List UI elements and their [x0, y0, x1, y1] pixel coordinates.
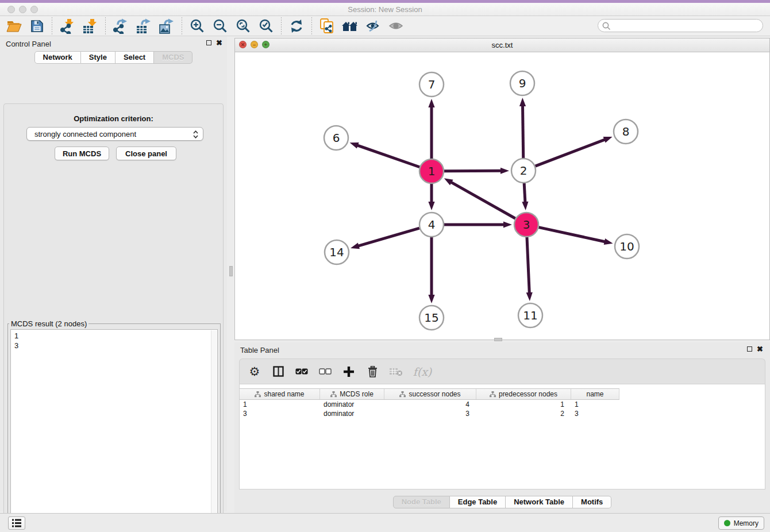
node-3[interactable]: 3: [514, 213, 538, 237]
import-table-icon: [82, 18, 98, 34]
import-table-button[interactable]: [79, 17, 102, 35]
memory-button[interactable]: Memory: [718, 516, 764, 530]
node-11[interactable]: 11: [518, 303, 542, 327]
deselect-all-columns-button[interactable]: [318, 365, 332, 379]
task-history-button[interactable]: [8, 516, 25, 530]
zoom-selected-button[interactable]: [255, 17, 278, 35]
node-7[interactable]: 7: [419, 72, 444, 97]
table-cell: 2: [476, 409, 571, 418]
network-graph-canvas[interactable]: 7968124314101511: [235, 52, 769, 340]
clone-network-button[interactable]: [315, 17, 338, 35]
node-1[interactable]: 1: [419, 159, 444, 183]
control-panel: Control Panel ✖ Network Style Select MCD…: [0, 36, 227, 511]
node-14[interactable]: 14: [325, 240, 349, 264]
tab-edge-table[interactable]: Edge Table: [450, 496, 506, 508]
export-table-button[interactable]: [132, 17, 155, 35]
edge-4-14[interactable]: [351, 228, 419, 249]
show-selected-button[interactable]: [384, 17, 407, 35]
column-header-shared-name[interactable]: shared name: [240, 389, 320, 399]
table-settings-button[interactable]: ⚙: [248, 365, 261, 379]
edge-2-9[interactable]: [519, 98, 526, 158]
zoom-in-button[interactable]: [186, 17, 209, 35]
edge-3-1[interactable]: [444, 178, 515, 218]
tab-mcds[interactable]: MCDS: [154, 51, 192, 64]
hierarchy-icon: [330, 391, 337, 398]
eye-slash-icon: [366, 19, 380, 33]
svg-text:6: 6: [333, 131, 340, 145]
tab-network[interactable]: Network: [34, 51, 81, 64]
tab-select[interactable]: Select: [116, 51, 154, 64]
close-panel-button[interactable]: Close panel: [116, 147, 176, 160]
table-cell: 3: [240, 409, 320, 418]
unchecked-boxes-icon: [319, 368, 332, 375]
svg-text:14: 14: [329, 245, 344, 259]
node-15[interactable]: 15: [419, 306, 444, 330]
save-session-button[interactable]: [25, 17, 48, 35]
export-image-icon: [159, 18, 175, 34]
open-session-button[interactable]: [2, 17, 25, 35]
apply-function-button[interactable]: f(x): [413, 365, 432, 379]
edge-1-6[interactable]: [350, 142, 420, 167]
delete-table-button[interactable]: [389, 365, 403, 379]
hide-selected-button[interactable]: [361, 17, 384, 35]
table-row[interactable]: 1dominator411: [240, 400, 619, 409]
edge-2-3[interactable]: [522, 183, 528, 210]
tab-network-table[interactable]: Network Table: [506, 496, 573, 508]
horizontal-splitter-handle[interactable]: [494, 338, 502, 341]
node-4[interactable]: 4: [419, 213, 444, 237]
run-mcds-button[interactable]: Run MCDS: [55, 147, 109, 160]
node-2[interactable]: 2: [511, 159, 536, 183]
node-9[interactable]: 9: [510, 71, 534, 95]
column-layout-button[interactable]: [271, 365, 285, 379]
edge-4-15[interactable]: [428, 237, 434, 303]
criterion-select[interactable]: strongly connected component: [26, 127, 203, 141]
float-panel-icon[interactable]: [747, 346, 752, 352]
status-bar: Memory: [0, 513, 770, 532]
node-6[interactable]: 6: [324, 126, 348, 150]
mcds-result-list[interactable]: 1 3: [10, 329, 218, 532]
column-header-successor-nodes[interactable]: successor nodes: [384, 389, 476, 399]
table-panel: Table Panel ✖ ⚙: [234, 342, 770, 513]
tab-motifs[interactable]: Motifs: [573, 496, 611, 508]
edge-1-2[interactable]: [444, 168, 509, 174]
refresh-view-button[interactable]: [285, 17, 308, 35]
svg-text:7: 7: [428, 78, 436, 91]
zoom-fit-button[interactable]: [232, 17, 255, 35]
edge-1-7[interactable]: [428, 99, 434, 159]
scrollbar-track[interactable]: [211, 330, 217, 532]
vertical-splitter-handle[interactable]: [229, 266, 233, 276]
home-view-button[interactable]: [338, 17, 361, 35]
search-input[interactable]: [598, 19, 763, 32]
table-body: 1dominator4113dominator323: [240, 400, 619, 418]
tab-node-table[interactable]: Node Table: [393, 496, 450, 508]
close-panel-icon[interactable]: ✖: [757, 346, 763, 352]
edge-3-11[interactable]: [526, 237, 533, 301]
svg-text:4: 4: [428, 218, 436, 232]
column-header-name[interactable]: name: [571, 389, 619, 399]
svg-text:1: 1: [428, 164, 436, 178]
mcds-result-title: MCDS result (2 nodes): [9, 319, 88, 328]
tab-style[interactable]: Style: [81, 51, 116, 64]
node-8[interactable]: 8: [614, 119, 638, 144]
mcds-result-value: 1: [14, 331, 217, 341]
eye-icon: [388, 20, 403, 32]
export-image-button[interactable]: [155, 17, 178, 35]
zoom-out-button[interactable]: [209, 17, 232, 35]
column-header-predecessor-nodes[interactable]: predecessor nodes: [476, 389, 571, 399]
import-network-button[interactable]: [56, 17, 79, 35]
delete-column-button[interactable]: [365, 365, 379, 379]
edge-4-3[interactable]: [444, 221, 512, 228]
float-panel-icon[interactable]: [206, 40, 211, 45]
export-network-button[interactable]: [109, 17, 132, 35]
select-all-columns-button[interactable]: [295, 365, 309, 379]
close-panel-icon[interactable]: ✖: [216, 40, 222, 46]
edge-3-10[interactable]: [538, 228, 613, 245]
edge-2-8[interactable]: [536, 137, 613, 166]
edge-1-4[interactable]: [428, 184, 434, 210]
column-header-MCDS-role[interactable]: MCDS role: [320, 389, 384, 399]
node-10[interactable]: 10: [615, 234, 639, 259]
table-row[interactable]: 3dominator323: [240, 409, 619, 418]
hierarchy-icon: [399, 391, 406, 398]
add-column-button[interactable]: [342, 365, 356, 379]
svg-text:9: 9: [519, 76, 526, 90]
